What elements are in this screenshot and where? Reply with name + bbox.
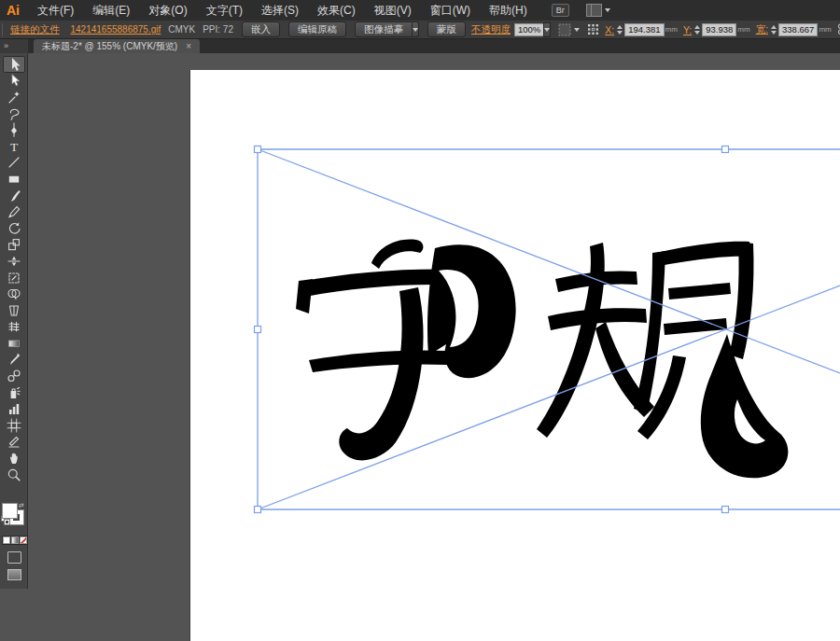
- scale-tool[interactable]: [3, 237, 25, 254]
- pen-tool[interactable]: [3, 121, 25, 138]
- opacity-dropdown[interactable]: [543, 22, 551, 37]
- free-transform-icon: [7, 271, 21, 286]
- edit-original-button[interactable]: 编辑原稿: [288, 21, 346, 37]
- x-input[interactable]: 194.381: [624, 23, 664, 36]
- y-input[interactable]: 93.938: [702, 23, 736, 36]
- color-mode-button[interactable]: [3, 536, 10, 544]
- line-segment-tool[interactable]: [3, 155, 25, 172]
- slice-tool[interactable]: [3, 434, 25, 451]
- swap-fill-stroke-icon[interactable]: ⇄: [19, 502, 24, 509]
- illustrator-logo: Ai: [0, 3, 28, 18]
- width-label[interactable]: 宽:: [756, 23, 768, 36]
- x-unit: mm: [665, 25, 678, 34]
- default-fill-stroke-icon[interactable]: [2, 517, 8, 523]
- none-mode-button[interactable]: [20, 536, 27, 544]
- blend-icon: [7, 369, 21, 383]
- opacity-input[interactable]: 100%: [514, 23, 544, 36]
- image-trace-button[interactable]: 图像描摹: [355, 21, 413, 37]
- symbol-sprayer-icon: [7, 385, 21, 400]
- hand-icon: [7, 451, 21, 466]
- width-input[interactable]: 338.667: [778, 23, 818, 36]
- mesh-icon: [7, 319, 21, 334]
- menu-bar: Ai 文件(F) 编辑(E) 对象(O) 文字(T) 选择(S) 效果(C) 视…: [0, 0, 840, 21]
- separator: [2, 23, 3, 36]
- constrain-proportions-toggle[interactable]: [835, 23, 840, 35]
- control-bar: 链接的文件 142141655886875.gif CMYK PPI: 72 嵌…: [0, 21, 840, 39]
- free-transform-tool[interactable]: [3, 270, 25, 286]
- reference-point-selector[interactable]: [587, 23, 599, 35]
- menu-edit[interactable]: 编辑(E): [83, 3, 139, 19]
- selection-tool[interactable]: [3, 56, 25, 73]
- chevron-down-icon: [544, 28, 550, 32]
- lasso-tool[interactable]: [3, 105, 25, 122]
- rectangle-tool[interactable]: [3, 171, 25, 188]
- menu-help[interactable]: 帮助(H): [480, 3, 537, 19]
- image-trace-dropdown[interactable]: [413, 21, 419, 37]
- workspace-switcher[interactable]: [586, 4, 610, 17]
- pen-icon: [7, 122, 21, 137]
- shape-builder-icon: [7, 286, 21, 301]
- x-label[interactable]: X:: [605, 24, 614, 35]
- shape-builder-tool[interactable]: [3, 286, 25, 302]
- width-stepper[interactable]: [771, 25, 777, 35]
- symbol-sprayer-tool[interactable]: [3, 384, 25, 401]
- menu-type[interactable]: 文字(T): [197, 3, 252, 19]
- y-label[interactable]: Y:: [683, 24, 692, 35]
- x-stepper[interactable]: [617, 25, 623, 35]
- perspective-grid-tool[interactable]: [3, 302, 25, 319]
- rectangle-icon: [7, 172, 21, 187]
- opacity-label[interactable]: 不透明度: [471, 23, 511, 36]
- screen-mode-button[interactable]: [7, 569, 21, 580]
- mesh-tool[interactable]: [3, 319, 25, 336]
- zoom-tool[interactable]: [3, 467, 25, 483]
- menu-view[interactable]: 视图(V): [365, 3, 421, 19]
- gradient-icon: [7, 336, 21, 351]
- direct-selection-tool[interactable]: [3, 73, 25, 90]
- menu-select[interactable]: 选择(S): [252, 3, 308, 19]
- svg-text:T: T: [9, 140, 18, 154]
- drawing-mode-button[interactable]: [7, 551, 21, 564]
- chevron-down-icon: [605, 8, 610, 12]
- rotate-tool[interactable]: [3, 220, 25, 237]
- chevron-down-icon: [413, 28, 418, 32]
- gradient-mode-button[interactable]: [11, 536, 19, 544]
- menu-object[interactable]: 对象(O): [139, 3, 196, 19]
- type-tool[interactable]: T: [3, 138, 25, 155]
- menu-effect[interactable]: 效果(C): [308, 3, 365, 19]
- document-tab-title: 未标题-2* @ 155% (CMYK/预览): [42, 40, 177, 53]
- hand-tool[interactable]: [3, 450, 25, 467]
- fill-swatch[interactable]: [3, 504, 17, 518]
- paintbrush-icon: [7, 188, 21, 203]
- selection-icon: [7, 57, 21, 72]
- gradient-tool[interactable]: [3, 335, 25, 352]
- blend-tool[interactable]: [3, 368, 25, 384]
- style-dropdown[interactable]: [558, 23, 580, 36]
- slice-icon: [7, 434, 21, 449]
- canvas-area[interactable]: [28, 53, 840, 641]
- menu-file[interactable]: 文件(F): [28, 3, 83, 19]
- ppi-label: PPI: 72: [203, 24, 233, 35]
- column-graph-tool[interactable]: [3, 400, 25, 417]
- artboard[interactable]: [189, 70, 840, 641]
- menu-window[interactable]: 窗口(W): [421, 3, 480, 19]
- pencil-tool[interactable]: [3, 203, 25, 220]
- embed-button[interactable]: 嵌入: [242, 21, 280, 37]
- linked-file-name[interactable]: 142141655886875.gif: [71, 24, 161, 35]
- bridge-button[interactable]: Br: [552, 4, 569, 17]
- paintbrush-tool[interactable]: [3, 188, 25, 204]
- y-stepper[interactable]: [694, 25, 700, 35]
- toolbar-collapse-button[interactable]: »: [0, 39, 28, 53]
- scale-icon: [7, 237, 21, 252]
- width-icon: [7, 254, 21, 269]
- eyedropper-tool[interactable]: [3, 352, 25, 369]
- linked-file-label[interactable]: 链接的文件: [10, 23, 60, 36]
- magic-wand-tool[interactable]: [3, 89, 25, 105]
- width-tool[interactable]: [3, 253, 25, 270]
- close-icon[interactable]: ×: [186, 42, 191, 51]
- width-unit: mm: [819, 25, 831, 34]
- mask-button[interactable]: 蒙版: [427, 21, 466, 37]
- document-tab[interactable]: 未标题-2* @ 155% (CMYK/预览) ×: [34, 39, 200, 53]
- magic-wand-icon: [7, 90, 21, 105]
- artboard-tool[interactable]: [3, 417, 25, 434]
- perspective-grid-icon: [7, 303, 21, 318]
